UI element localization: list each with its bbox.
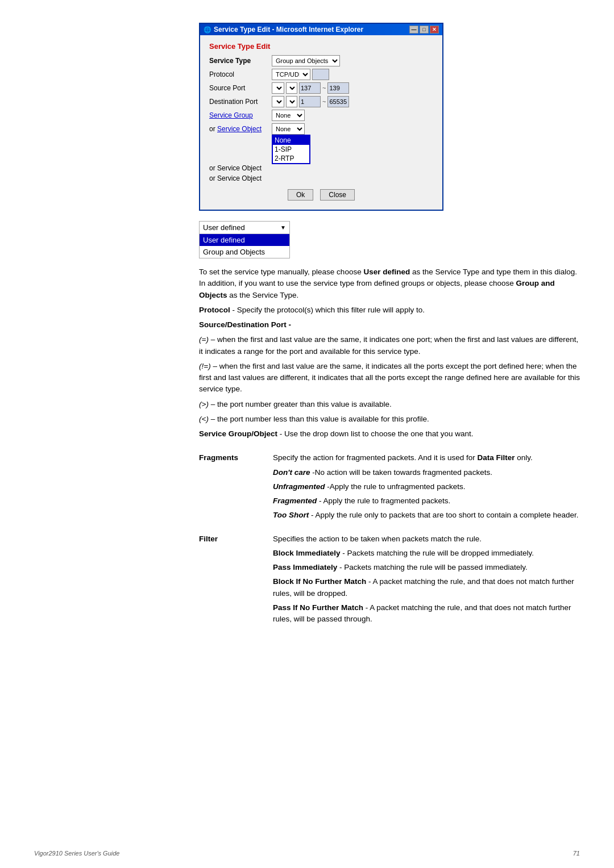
minimize-button[interactable]: — (409, 26, 418, 34)
service-group-select[interactable]: None (272, 110, 305, 121)
block-immediately-text: - Packets matching the rule will be drop… (341, 549, 534, 557)
filter-content: Specifies the action to be taken when pa… (273, 533, 580, 628)
or-service-obj1-row: or Service Object (209, 164, 433, 172)
data-filter-bold: Data Filter (477, 453, 515, 462)
dest-port-row: Destination Port = ~ (209, 96, 433, 107)
service-type-label: Service Type (209, 57, 272, 65)
page-footer: Vigor2910 Series User's Guide 71 (34, 850, 580, 857)
dropdown-option-sip[interactable]: 1-SIP (273, 145, 309, 154)
ok-button[interactable]: Ok (288, 189, 313, 201)
fragments-section: Fragments Specify the action for fragmen… (199, 452, 580, 524)
pass-no-further-para: Pass If No Further Match - A packet matc… (273, 602, 580, 625)
source-dest-heading: Source/Destination Port - (199, 319, 580, 331)
eq-rule-paragraph: (=) – when the first and last value are … (199, 334, 580, 357)
source-port-to-input[interactable] (327, 82, 349, 94)
protocol-extra-input[interactable] (312, 69, 329, 80)
pass-immediately-label: Pass Immediately (273, 563, 337, 571)
service-group-control: None (272, 110, 433, 121)
neq-rule-italic: (!=) (199, 362, 211, 370)
pass-immediately-para: Pass Immediately - Packets matching the … (273, 562, 580, 573)
source-port-control: = ~ (272, 82, 433, 94)
service-object-dropdown[interactable]: None 1-SIP 2-RTP (272, 135, 310, 164)
block-no-further-para: Block If No Further Match - A packet mat… (273, 576, 580, 599)
dropdown-option-rtp[interactable]: 2-RTP (273, 154, 309, 163)
footer-right: 71 (573, 850, 580, 857)
dest-port-control: = ~ (272, 96, 433, 107)
service-object-label[interactable]: Service Object (217, 125, 262, 133)
block-no-further-label: Block If No Further Match (273, 577, 366, 586)
dest-port-label: Destination Port (209, 98, 272, 106)
dropdown-chevron-icon: ▼ (280, 224, 286, 231)
protocol-control: TCP/UDP (272, 69, 433, 80)
dropdown-option-none[interactable]: None (273, 136, 309, 145)
lt-rule-italic: (<) (199, 415, 209, 423)
service-type-row: Service Type Group and Objects (209, 55, 433, 66)
service-object-control: None None 1-SIP 2-RTP (272, 123, 433, 135)
service-type-select[interactable]: Group and Objects (272, 55, 340, 66)
browser-icon: 🌐 (204, 26, 211, 34)
protocol-paragraph: Protocol - Specify the protocol(s) which… (199, 304, 580, 316)
neq-rule-paragraph: (!=) – when the first and last value are… (199, 361, 580, 395)
option-group-objects[interactable]: Group and Objects (200, 246, 289, 258)
close-button[interactable]: ✕ (430, 26, 439, 34)
gt-rule-paragraph: (>) – the port number greater than this … (199, 399, 580, 410)
titlebar-buttons: — □ ✕ (409, 26, 439, 34)
source-port-op2-select[interactable] (286, 82, 297, 94)
source-port-from-input[interactable] (299, 82, 321, 94)
block-immediately-label: Block Immediately (273, 549, 341, 557)
service-group-paragraph: Service Group/Object - Use the drop down… (199, 428, 580, 440)
dest-port-op-select[interactable]: = (272, 96, 284, 107)
service-type-dialog: 🌐 Service Type Edit - Microsoft Internet… (199, 23, 443, 211)
dont-care-label: Don't care (273, 468, 310, 477)
too-short-para: Too Short - Apply the rule only to packe… (273, 510, 580, 521)
option-user-defined[interactable]: User defined (200, 234, 289, 246)
too-short-label: Too Short (273, 511, 309, 519)
user-defined-bold: User defined (363, 268, 410, 276)
source-port-row: Source Port = ~ (209, 82, 433, 94)
unfragmented-para: Unfragmented -Apply the rule to unfragme… (273, 481, 580, 493)
group-and-objects-bold: Group and Objects (199, 279, 555, 299)
service-object-dropdown-container: None None 1-SIP 2-RTP (272, 123, 305, 135)
fragments-label: Fragments (199, 452, 273, 524)
service-type-dropdown-header: User defined ▼ (200, 222, 289, 234)
dialog-section-title: Service Type Edit (209, 42, 433, 51)
unfragmented-label: Unfragmented (273, 482, 325, 491)
protocol-select[interactable]: TCP/UDP (272, 69, 310, 80)
dialog-titlebar: 🌐 Service Type Edit - Microsoft Internet… (200, 24, 442, 35)
service-type-dropdown-box[interactable]: User defined ▼ User defined Group and Ob… (199, 221, 290, 258)
filter-label: Filter (199, 533, 273, 628)
dialog-title: Service Type Edit - Microsoft Internet E… (214, 26, 363, 34)
service-group-label[interactable]: Service Group (209, 111, 272, 119)
or-service-obj2-label: or Service Object (209, 174, 272, 182)
lt-rule-paragraph: (<) – the port number less than this val… (199, 414, 580, 425)
fragmented-label: Fragmented (273, 496, 317, 505)
dest-port-from-input[interactable] (299, 96, 321, 107)
footer-left: Vigor2910 Series User's Guide (34, 850, 119, 857)
dest-port-op2-select[interactable] (286, 96, 297, 107)
dest-port-separator: ~ (322, 98, 326, 105)
service-group-row: Service Group None (209, 110, 433, 121)
eq-rule-italic: (=) (199, 335, 209, 344)
fragments-heading: Fragments (199, 453, 238, 462)
filter-section: Filter Specifies the action to be taken … (199, 533, 580, 628)
body-text-section: To set the service type manually, please… (199, 266, 580, 443)
dest-port-to-input[interactable] (327, 96, 349, 107)
close-dialog-button[interactable]: Close (320, 189, 355, 201)
or-service-obj2-row: or Service Object (209, 174, 433, 182)
block-immediately-para: Block Immediately - Packets matching the… (273, 548, 580, 559)
dialog-action-buttons: Ok Close (209, 185, 433, 203)
service-object-select[interactable]: None (272, 123, 305, 135)
protocol-row: Protocol TCP/UDP (209, 69, 433, 80)
service-type-options: User defined Group and Objects (200, 234, 289, 258)
protocol-label: Protocol (209, 70, 272, 78)
service-object-or-label: or Service Object (209, 125, 272, 133)
service-type-control: Group and Objects (272, 55, 433, 66)
source-port-op-select[interactable]: = (272, 82, 284, 94)
service-type-dropdown-value: User defined (203, 223, 245, 232)
restore-button[interactable]: □ (420, 26, 429, 34)
fragmented-para: Fragmented - Apply the rule to fragmente… (273, 495, 580, 507)
protocol-text: Specify the protocol(s) which this filte… (237, 306, 425, 314)
gt-rule-italic: (>) (199, 400, 209, 408)
protocol-heading: Protocol (199, 306, 230, 314)
or-service-obj1-label: or Service Object (209, 164, 272, 172)
